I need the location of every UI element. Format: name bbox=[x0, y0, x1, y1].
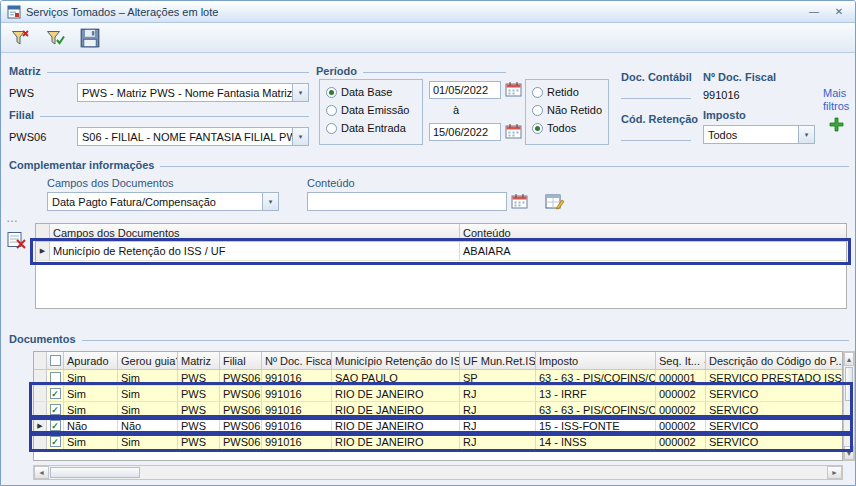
document-row[interactable]: Sim Sim PWS PWS06 991016 RIO DE JANEIRO … bbox=[34, 386, 842, 402]
campos-documentos-combo[interactable]: Data Pagto Fatura/Compensação ▾ bbox=[47, 192, 279, 211]
column-header-filial[interactable]: Filial bbox=[220, 352, 262, 370]
imposto-combo[interactable]: Todos ▾ bbox=[703, 125, 815, 144]
row-indicator-icon: ▶ bbox=[36, 242, 50, 260]
column-header-gerou-guia[interactable]: Gerou guia? bbox=[118, 352, 178, 370]
chevron-down-icon[interactable]: ▾ bbox=[262, 193, 278, 210]
document-row[interactable]: ▶ Não Não PWS PWS06 991016 RIO DE JANEIR… bbox=[34, 418, 842, 434]
save-icon bbox=[80, 28, 100, 48]
delete-row-icon bbox=[7, 231, 27, 249]
checkbox-icon bbox=[50, 355, 61, 366]
radio-data-base[interactable]: Data Base bbox=[326, 86, 416, 98]
dialog-window: Serviços Tomados – Alterações em lote — … bbox=[0, 0, 856, 486]
minimize-button[interactable]: — bbox=[804, 4, 824, 20]
column-header-campos[interactable]: Campos dos Documentos bbox=[50, 224, 460, 242]
conteudo-cell: ABAIARA bbox=[460, 242, 846, 260]
scroll-right-icon[interactable]: ► bbox=[827, 466, 842, 479]
app-icon bbox=[7, 5, 21, 19]
complementar-grid: Campos dos Documentos Conteúdo ▶ Municíp… bbox=[35, 223, 847, 309]
apply-filter-button[interactable] bbox=[41, 25, 69, 50]
chevron-down-icon[interactable]: ▾ bbox=[292, 84, 308, 101]
mais-filtros-link[interactable]: Mais filtros bbox=[823, 87, 856, 113]
window-title: Serviços Tomados – Alterações em lote bbox=[26, 6, 218, 18]
complementar-section-label: Complementar informações bbox=[9, 159, 849, 171]
row-checkbox[interactable] bbox=[50, 388, 61, 399]
column-header-descricao[interactable]: Descrição do Código do P... bbox=[706, 352, 842, 370]
vscroll-thumb[interactable] bbox=[845, 367, 853, 401]
scroll-up-icon[interactable]: ▲ bbox=[844, 352, 854, 366]
scroll-down-icon[interactable]: ▼ bbox=[844, 446, 854, 460]
document-row[interactable]: Sim Sim PWS PWS06 991016 RIO DE JANEIRO … bbox=[34, 434, 842, 450]
chevron-down-icon[interactable]: ▾ bbox=[292, 128, 308, 145]
conteudo-label: Conteúdo bbox=[307, 177, 355, 189]
matriz-group-label: Matriz bbox=[9, 65, 309, 77]
campo-cell: Município de Retenção do ISS / UF bbox=[50, 242, 460, 260]
documentos-section-label: Documentos bbox=[9, 333, 849, 345]
radio-data-emissao[interactable]: Data Emissão bbox=[326, 104, 416, 116]
close-button[interactable]: ✕ bbox=[829, 4, 849, 20]
filter-apply-icon bbox=[46, 29, 65, 47]
calendar-icon[interactable] bbox=[511, 193, 528, 209]
row-checkbox[interactable] bbox=[50, 420, 61, 431]
add-field-button[interactable] bbox=[541, 189, 569, 214]
plus-icon[interactable] bbox=[829, 117, 844, 132]
date-from-input[interactable] bbox=[429, 81, 501, 99]
radio-icon bbox=[532, 123, 543, 134]
doc-contabil-field[interactable] bbox=[621, 98, 691, 99]
radio-data-entrada[interactable]: Data Entrada bbox=[326, 122, 416, 134]
column-header-imposto[interactable]: Imposto bbox=[536, 352, 656, 370]
calendar-icon[interactable] bbox=[505, 81, 522, 97]
column-header-seq[interactable]: Seq. It...▲ bbox=[656, 352, 706, 370]
imposto-label: Imposto bbox=[703, 109, 746, 121]
column-header-num-doc-fiscal[interactable]: Nº Doc. Fiscal bbox=[262, 352, 332, 370]
row-checkbox[interactable] bbox=[50, 436, 61, 447]
periodo-radio-group: Data Base Data Emissão Data Entrada bbox=[319, 79, 423, 145]
edit-table-icon bbox=[545, 193, 565, 211]
complementar-grid-header: Campos dos Documentos Conteúdo bbox=[36, 224, 846, 242]
column-header-conteudo[interactable]: Conteúdo bbox=[460, 224, 846, 242]
conteudo-input[interactable] bbox=[307, 192, 507, 211]
cod-retencao-field[interactable] bbox=[621, 140, 691, 141]
row-checkbox[interactable] bbox=[50, 404, 61, 415]
radio-nao-retido[interactable]: Não Retido bbox=[532, 104, 602, 116]
documents-hscrollbar[interactable]: ◄ ► bbox=[33, 465, 843, 480]
document-row[interactable]: Sim Sim PWS PWS06 991016 SAO PAULO SP 63… bbox=[34, 370, 842, 386]
campos-documentos-label: Campos dos Documentos bbox=[47, 177, 174, 189]
hscroll-thumb[interactable] bbox=[50, 467, 140, 478]
radio-retido[interactable]: Retido bbox=[532, 86, 602, 98]
radio-icon bbox=[532, 87, 543, 98]
scroll-left-icon[interactable]: ◄ bbox=[34, 466, 49, 479]
radio-todos[interactable]: Todos bbox=[532, 122, 602, 134]
num-doc-fiscal-label: Nº Doc. Fiscal bbox=[703, 71, 776, 83]
cod-retencao-label: Cód. Retenção bbox=[621, 113, 698, 125]
save-button[interactable] bbox=[76, 25, 104, 50]
chevron-down-icon[interactable]: ▾ bbox=[798, 126, 814, 143]
matriz-combo[interactable]: PWS - Matriz PWS - Nome Fantasia Matriz … bbox=[77, 83, 309, 102]
column-header-municipio[interactable]: Município Retenção do ISS bbox=[332, 352, 460, 370]
filial-group-label: Filial bbox=[9, 109, 309, 121]
matriz-code: PWS bbox=[9, 87, 34, 99]
grip-dots[interactable]: … bbox=[6, 211, 19, 225]
radio-icon bbox=[326, 105, 337, 116]
column-header-apurado[interactable]: Apurado bbox=[64, 352, 118, 370]
filial-code: PWS06 bbox=[9, 131, 46, 143]
title-bar: Serviços Tomados – Alterações em lote — … bbox=[1, 1, 855, 23]
row-indicator-icon: ▶ bbox=[34, 418, 47, 433]
calendar-icon[interactable] bbox=[505, 123, 522, 139]
num-doc-fiscal-value[interactable]: 991016 bbox=[703, 89, 740, 101]
complementar-grid-row[interactable]: ▶ Município de Retenção do ISS / UF ABAI… bbox=[36, 242, 846, 261]
document-row[interactable]: Sim Sim PWS PWS06 991016 RIO DE JANEIRO … bbox=[34, 402, 842, 418]
row-checkbox[interactable] bbox=[50, 372, 61, 383]
documents-vscrollbar[interactable]: ▲ ▼ bbox=[843, 351, 855, 461]
documents-grid-header: Apurado Gerou guia? Matriz Filial Nº Doc… bbox=[34, 352, 842, 370]
clear-filter-button[interactable] bbox=[6, 25, 34, 50]
documents-grid: Apurado Gerou guia? Matriz Filial Nº Doc… bbox=[33, 351, 843, 461]
periodo-group-label: Período bbox=[316, 65, 506, 77]
delete-row-button[interactable] bbox=[3, 227, 31, 252]
date-to-input[interactable] bbox=[429, 123, 501, 141]
select-all-checkbox[interactable] bbox=[47, 352, 64, 370]
filial-combo[interactable]: S06 - FILIAL - NOME FANTASIA FILIAL PWS0… bbox=[77, 127, 309, 146]
toolbar bbox=[1, 23, 855, 53]
retencao-radio-group: Retido Não Retido Todos bbox=[525, 79, 609, 145]
column-header-uf[interactable]: UF Mun.Ret.ISS bbox=[460, 352, 536, 370]
column-header-matriz[interactable]: Matriz bbox=[178, 352, 220, 370]
